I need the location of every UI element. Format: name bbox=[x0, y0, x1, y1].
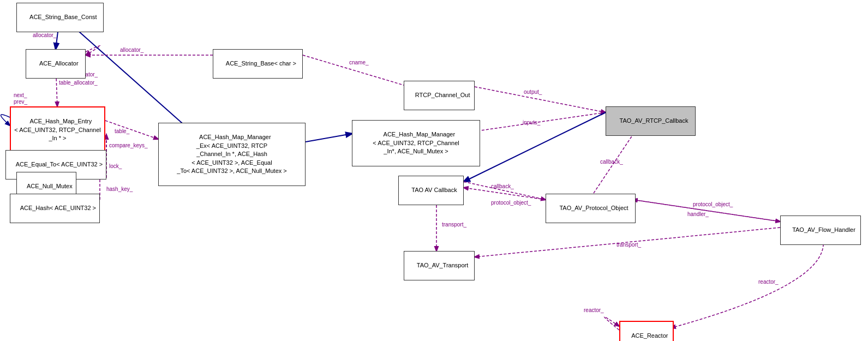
node-rtcp-channel-out[interactable]: RTCP_Channel_Out bbox=[404, 81, 475, 110]
svg-text:callback_: callback_ bbox=[491, 183, 514, 189]
node-label: TAO AV Callback bbox=[411, 187, 457, 193]
svg-line-18 bbox=[105, 121, 158, 139]
node-tao-av-rtcp-callback[interactable]: TAO_AV_RTCP_Callback bbox=[606, 106, 696, 136]
svg-line-38 bbox=[475, 228, 780, 257]
svg-text:inputs_: inputs_ bbox=[523, 119, 541, 125]
svg-text:reactor_: reactor_ bbox=[584, 307, 604, 313]
svg-line-25 bbox=[464, 112, 606, 182]
node-label: ACE_Allocator bbox=[39, 60, 79, 67]
node-ace-hash-map-entry[interactable]: ACE_Hash_Map_Entry< ACE_UINT32, RTCP_Cha… bbox=[10, 106, 105, 154]
svg-line-21 bbox=[475, 87, 606, 112]
node-tao-av-flow-handler[interactable]: TAO_AV_Flow_Handler bbox=[780, 216, 861, 245]
diagram: allocator_ entry_allocator_ table_alloca… bbox=[0, 0, 868, 341]
svg-text:protocol_object_: protocol_object_ bbox=[491, 200, 531, 206]
node-ace-string-base-const[interactable]: ACE_String_Base_Const bbox=[16, 3, 104, 32]
svg-text:lock_: lock_ bbox=[109, 163, 122, 169]
svg-text:prev_: prev_ bbox=[14, 99, 27, 105]
node-label: ACE_String_Base_Const bbox=[29, 14, 97, 20]
node-label: ACE_String_Base< char > bbox=[226, 60, 296, 67]
node-tao-av-callback[interactable]: TAO AV Callback bbox=[398, 176, 464, 205]
node-label: RTCP_Channel_Out bbox=[415, 92, 470, 98]
svg-text:compare_keys_: compare_keys_ bbox=[109, 142, 148, 148]
node-ace-allocator[interactable]: ACE_Allocator bbox=[26, 49, 86, 79]
node-label: ACE_Hash_Map_Manager_Ex< ACE_UINT32, RTC… bbox=[177, 134, 286, 174]
node-ace-hash[interactable]: ACE_Hash< ACE_UINT32 > bbox=[10, 194, 100, 223]
node-label: ACE_Equal_To< ACE_UINT32 > bbox=[16, 161, 103, 167]
svg-text:output_: output_ bbox=[524, 89, 542, 95]
arrows-svg: allocator_ entry_allocator_ table_alloca… bbox=[0, 0, 868, 341]
svg-text:table_allocator_: table_allocator_ bbox=[59, 80, 98, 86]
node-label: ACE_Null_Mutex bbox=[27, 183, 73, 189]
svg-line-32 bbox=[633, 200, 780, 222]
node-ace-hash-map-manager2[interactable]: ACE_Hash_Map_Manager< ACE_UINT32, RTCP_C… bbox=[352, 120, 480, 166]
node-ace-reactor[interactable]: ACE_Reactor bbox=[619, 321, 674, 341]
node-ace-string-base-char[interactable]: ACE_String_Base< char > bbox=[213, 49, 303, 79]
svg-text:transport_: transport_ bbox=[442, 222, 466, 228]
node-label: TAO_AV_RTCP_Callback bbox=[620, 117, 689, 124]
node-tao-av-protocol-object[interactable]: TAO_AV_Protocol_Object bbox=[546, 194, 636, 223]
svg-text:next_: next_ bbox=[14, 92, 27, 98]
svg-text:hash_key_: hash_key_ bbox=[106, 186, 133, 192]
node-label: ACE_Hash< ACE_UINT32 > bbox=[20, 205, 96, 211]
svg-text:allocator_: allocator_ bbox=[120, 47, 144, 53]
svg-text:reactor_: reactor_ bbox=[758, 279, 779, 285]
svg-line-23 bbox=[477, 112, 606, 131]
node-ace-hash-map-manager-ex[interactable]: ACE_Hash_Map_Manager_Ex< ACE_UINT32, RTC… bbox=[158, 123, 306, 186]
svg-text:handler_: handler_ bbox=[687, 211, 709, 217]
svg-text:table_: table_ bbox=[115, 128, 130, 134]
svg-line-34 bbox=[633, 200, 780, 222]
node-label: ACE_Hash_Map_Manager< ACE_UINT32, RTCP_C… bbox=[373, 131, 459, 154]
svg-line-30 bbox=[464, 188, 546, 200]
node-label: TAO_AV_Transport bbox=[417, 262, 469, 268]
node-label: ACE_Reactor bbox=[631, 332, 668, 339]
svg-text:callback_: callback_ bbox=[600, 159, 623, 165]
svg-line-8 bbox=[303, 55, 409, 87]
node-label: TAO_AV_Protocol_Object bbox=[559, 205, 628, 211]
node-tao-av-transport[interactable]: TAO_AV_Transport bbox=[404, 251, 475, 280]
svg-text:protocol_object_: protocol_object_ bbox=[693, 201, 733, 207]
svg-text:transport_: transport_ bbox=[616, 242, 641, 248]
svg-text:cname_: cname_ bbox=[349, 59, 369, 65]
svg-line-20 bbox=[306, 134, 352, 142]
node-label: TAO_AV_Flow_Handler bbox=[792, 226, 855, 233]
svg-text:allocator_: allocator_ bbox=[33, 32, 57, 38]
svg-line-26 bbox=[464, 182, 546, 200]
node-label: ACE_Hash_Map_Entry< ACE_UINT32, RTCP_Cha… bbox=[14, 118, 100, 141]
